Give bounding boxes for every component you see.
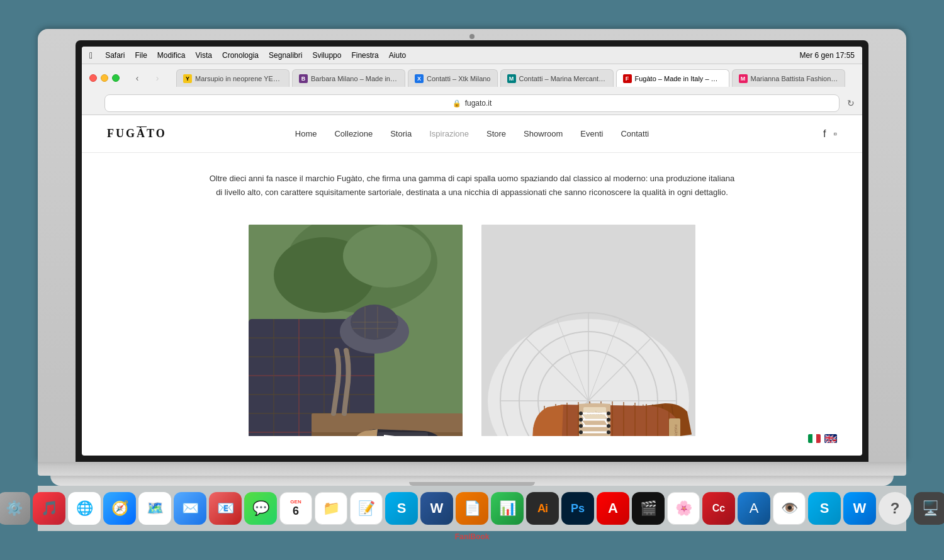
- menu-cronologia[interactable]: Cronologia: [222, 51, 259, 60]
- tab-label-1: Marsupio in neoprene YES nero con logo f…: [195, 75, 283, 82]
- camera-icon: [469, 34, 475, 39]
- svg-point-80: [607, 412, 610, 415]
- svg-text:FUGÀTO: FUGÀTO: [674, 425, 678, 436]
- instagram-icon[interactable]: ▫: [833, 128, 837, 140]
- svg-point-79: [579, 412, 583, 415]
- inspiration-image-1: [249, 225, 463, 436]
- dock-skype2[interactable]: S: [808, 492, 841, 525]
- url-text: fugato.it: [465, 99, 492, 108]
- back-button[interactable]: ‹: [128, 69, 146, 87]
- dock-maps[interactable]: 🗺️: [138, 492, 171, 525]
- nav-contatti[interactable]: Contatti: [621, 129, 649, 138]
- description-text: Oltre dieci anni fa nasce il marchio Fug…: [208, 172, 736, 199]
- italian-flag[interactable]: [808, 434, 821, 436]
- dock-pages[interactable]: 📄: [456, 492, 488, 525]
- dock-music[interactable]: 🎵: [33, 492, 65, 525]
- dock-chrome[interactable]: 🌐: [68, 492, 101, 525]
- nav-eventi[interactable]: Eventi: [580, 129, 603, 138]
- tab-favicon-1: Y: [183, 74, 192, 83]
- safari-toolbar: ‹ › Y Marsupio in neoprene YES nero con …: [82, 64, 862, 92]
- dock-mail[interactable]: ✉️: [174, 492, 206, 525]
- dock-safari[interactable]: 🧭: [103, 492, 136, 525]
- tab-favicon-6: M: [739, 74, 748, 83]
- svg-point-81: [579, 418, 583, 422]
- dock-wunderlist[interactable]: W: [843, 492, 876, 525]
- svg-point-3: [343, 225, 431, 288]
- menu-vista[interactable]: Vista: [196, 51, 212, 60]
- tab-favicon-4: M: [507, 74, 516, 83]
- dock-creative-cloud[interactable]: Cc: [702, 492, 735, 525]
- screen-bezel:  Safari File Modifica Vista Cronologia …: [76, 40, 868, 462]
- svg-point-86: [607, 430, 610, 434]
- menubar-right: Mer 6 gen 17:55: [800, 51, 855, 60]
- browser-tab-3[interactable]: X Contatti – Xtk Milano: [408, 69, 498, 87]
- reload-button[interactable]: ↻: [845, 96, 857, 111]
- macos-menubar:  Safari File Modifica Vista Cronologia …: [82, 47, 862, 64]
- tab-favicon-3: X: [415, 74, 424, 83]
- nav-store[interactable]: Store: [486, 129, 506, 138]
- dock-word[interactable]: W: [420, 492, 453, 525]
- menu-aiuto[interactable]: Aiuto: [389, 51, 406, 60]
- minimize-button[interactable]: [101, 74, 108, 82]
- close-button[interactable]: [89, 74, 97, 82]
- tab-label-5: Fugàto – Made in Italy – Sito Ufficiale …: [635, 75, 722, 82]
- dock-numbers[interactable]: 📊: [491, 492, 524, 525]
- browser-tab-1[interactable]: Y Marsupio in neoprene YES nero con logo…: [176, 69, 289, 87]
- screen:  Safari File Modifica Vista Cronologia …: [82, 47, 862, 456]
- dock-finalcut[interactable]: 🎬: [632, 492, 665, 525]
- nav-ispirazione[interactable]: Ispirazione: [429, 129, 469, 138]
- menu-segnalibri[interactable]: Segnalibri: [269, 51, 302, 60]
- nav-collezione[interactable]: Collezione: [334, 129, 373, 138]
- browser-tab-4[interactable]: M Contatti – Marina Mercantile Mediterra…: [500, 69, 614, 87]
- nav-showroom[interactable]: Showroom: [524, 129, 563, 138]
- menu-sviluppo[interactable]: Sviluppo: [312, 51, 341, 60]
- dock-files[interactable]: 📁: [315, 492, 347, 525]
- dock-help[interactable]: ?: [879, 492, 911, 525]
- nav-storia[interactable]: Storia: [390, 129, 412, 138]
- dock-whatsapp[interactable]: 💬: [244, 492, 277, 525]
- svg-point-84: [607, 424, 610, 428]
- macbook-base: [50, 476, 894, 486]
- fanbook-label: FaniBook: [455, 532, 490, 541]
- browser-tab-6[interactable]: M Marianna Battista Fashion Jewels: Gioi…: [732, 69, 845, 87]
- browser-tab-2[interactable]: B Barbara Milano – Made in Italy – Sito …: [292, 69, 405, 87]
- tab-label-3: Contatti – Xtk Milano: [427, 75, 491, 82]
- macbook-body:  Safari File Modifica Vista Cronologia …: [38, 29, 906, 531]
- dock-skype[interactable]: S: [385, 492, 418, 525]
- menubar-clock: Mer 6 gen 17:55: [800, 51, 855, 60]
- dock-app-store[interactable]: A: [738, 492, 770, 525]
- address-bar-row: 🔒 fugato.it ↻: [82, 92, 862, 115]
- menu-file[interactable]: File: [135, 51, 147, 60]
- website-content: FUGÀTO Home Collezione Storia Ispirazion…: [82, 115, 862, 436]
- svg-rect-15: [312, 413, 463, 432]
- inspiration-image-2: FUGÀTO: [481, 225, 695, 436]
- menu-safari[interactable]: Safari: [105, 51, 125, 60]
- fullscreen-button[interactable]: [112, 74, 120, 82]
- safari-browser-chrome: ‹ › Y Marsupio in neoprene YES nero con …: [82, 64, 862, 115]
- dock-photoshop[interactable]: Ps: [561, 492, 594, 525]
- apple-menu[interactable]: : [89, 50, 93, 60]
- dock-calendar[interactable]: GEN 6: [279, 492, 312, 525]
- menu-finestra[interactable]: Finestra: [351, 51, 378, 60]
- svg-point-82: [607, 418, 610, 422]
- facebook-icon[interactable]: f: [823, 128, 826, 140]
- dock-reminders[interactable]: 📝: [350, 492, 383, 525]
- dock-display-settings[interactable]: 🖥️: [914, 492, 944, 525]
- nav-home[interactable]: Home: [295, 129, 317, 138]
- browser-tab-5-active[interactable]: F Fugàto – Made in Italy – Sito Ufficial…: [616, 69, 729, 87]
- dock-system-prefs[interactable]: ⚙️: [0, 492, 30, 525]
- dock-acrobat[interactable]: A: [597, 492, 629, 525]
- site-description: Oltre dieci anni fa nasce il marchio Fug…: [82, 153, 862, 218]
- address-bar[interactable]: 🔒 fugato.it: [104, 94, 840, 112]
- safari-nav-buttons: ‹ ›: [128, 69, 166, 87]
- menu-modifica[interactable]: Modifica: [157, 51, 186, 60]
- logo-a-macron: À: [137, 127, 147, 140]
- dock-illustrator[interactable]: Ai: [526, 492, 559, 525]
- dock-mail-alt[interactable]: 📧: [209, 492, 242, 525]
- svg-point-83: [579, 424, 583, 428]
- site-navigation: FUGÀTO Home Collezione Storia Ispirazion…: [82, 115, 862, 153]
- forward-button[interactable]: ›: [149, 69, 166, 87]
- dock-photos[interactable]: 🌸: [667, 492, 700, 525]
- dock-preview[interactable]: 👁️: [773, 492, 806, 525]
- english-flag[interactable]: 🇬🇧: [824, 434, 837, 436]
